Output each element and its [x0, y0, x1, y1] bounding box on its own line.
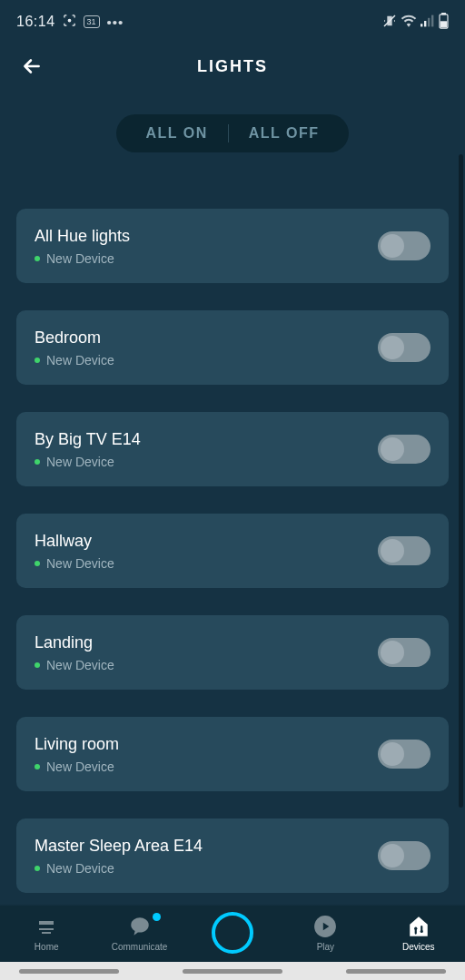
play-icon	[313, 915, 337, 938]
nav-devices-label: Devices	[402, 942, 435, 952]
vibrate-icon	[382, 14, 397, 31]
status-dot-icon	[35, 358, 40, 363]
signal-icon	[420, 15, 435, 30]
device-sub-label: New Device	[46, 556, 114, 571]
device-toggle[interactable]	[378, 231, 430, 260]
gesture-bar	[0, 962, 465, 980]
toggle-knob	[381, 234, 404, 258]
device-sub-label: New Device	[46, 658, 114, 672]
alexa-ring-icon	[212, 912, 253, 954]
status-dot-icon	[35, 256, 40, 261]
toggle-knob	[381, 742, 404, 766]
nav-home[interactable]: Home	[0, 915, 93, 952]
nav-play[interactable]: Play	[279, 915, 371, 952]
svg-rect-3	[428, 17, 430, 26]
more-icon: •••	[107, 15, 124, 30]
back-button[interactable]	[18, 53, 45, 80]
devices-icon	[407, 915, 430, 938]
status-dot-icon	[35, 662, 40, 668]
status-bar: 16:14 31 •••	[0, 0, 465, 44]
device-card[interactable]: Living roomNew Device	[16, 717, 449, 791]
pill-group: ALL ON ALL OFF	[116, 114, 348, 152]
device-name: Landing	[35, 633, 114, 652]
camera-icon	[63, 14, 76, 30]
device-info: Living roomNew Device	[35, 735, 119, 774]
gesture-pill	[346, 969, 446, 974]
status-dot-icon	[35, 561, 40, 566]
gesture-pill	[183, 969, 282, 974]
status-right	[382, 13, 449, 32]
device-card[interactable]: Master Sleep Area E14New Device	[16, 818, 449, 893]
device-toggle[interactable]	[378, 435, 430, 464]
status-dot-icon	[35, 866, 40, 871]
device-sub-label: New Device	[46, 353, 114, 368]
arrow-left-icon	[20, 54, 44, 78]
toggle-knob	[381, 437, 404, 461]
app-header: LIGHTS	[0, 44, 465, 89]
bulk-controls: ALL ON ALL OFF	[0, 89, 465, 163]
device-card[interactable]: BedroomNew Device	[16, 310, 449, 385]
device-info: LandingNew Device	[35, 633, 114, 672]
status-left: 16:14 31 •••	[16, 14, 124, 30]
svg-rect-7	[440, 21, 446, 26]
nav-devices[interactable]: Devices	[372, 915, 465, 952]
gesture-pill	[19, 969, 119, 974]
device-info: Master Sleep Area E14New Device	[35, 837, 203, 876]
device-sub-label: New Device	[46, 455, 114, 469]
status-dot-icon	[35, 459, 40, 465]
device-status: New Device	[35, 760, 119, 774]
device-name: Master Sleep Area E14	[35, 837, 203, 856]
page-title: LIGHTS	[197, 57, 268, 76]
device-info: All Hue lightsNew Device	[35, 227, 130, 266]
device-status: New Device	[35, 556, 114, 571]
device-name: By Big TV E14	[35, 430, 141, 449]
device-info: By Big TV E14New Device	[35, 430, 141, 469]
nav-play-label: Play	[317, 942, 334, 952]
device-sub-label: New Device	[46, 760, 114, 774]
nav-home-label: Home	[35, 942, 59, 952]
device-toggle[interactable]	[378, 333, 430, 362]
device-card[interactable]: By Big TV E14New Device	[16, 412, 449, 486]
svg-point-0	[68, 19, 71, 22]
toggle-knob	[381, 336, 404, 359]
device-info: HallwayNew Device	[35, 532, 114, 571]
device-list[interactable]: All Hue lightsNew DeviceBedroomNew Devic…	[0, 163, 465, 893]
device-toggle[interactable]	[378, 638, 430, 667]
all-off-button[interactable]: ALL OFF	[229, 125, 340, 142]
device-toggle[interactable]	[378, 740, 430, 769]
device-name: Bedroom	[35, 328, 114, 348]
device-toggle[interactable]	[378, 536, 430, 565]
nav-alexa[interactable]	[186, 912, 279, 954]
home-icon	[35, 915, 58, 938]
device-name: All Hue lights	[35, 227, 130, 246]
status-dot-icon	[35, 764, 40, 769]
svg-rect-6	[442, 13, 446, 15]
nav-communicate[interactable]: Communicate	[94, 915, 186, 952]
status-time: 16:14	[16, 14, 55, 30]
svg-rect-2	[424, 21, 426, 26]
scrollbar[interactable]	[459, 154, 463, 808]
device-card[interactable]: HallwayNew Device	[16, 514, 449, 588]
device-sub-label: New Device	[46, 251, 114, 266]
device-name: Hallway	[35, 532, 114, 551]
all-on-button[interactable]: ALL ON	[125, 125, 227, 142]
device-card[interactable]: All Hue lightsNew Device	[16, 209, 449, 283]
svg-rect-4	[431, 15, 433, 26]
svg-rect-1	[420, 24, 422, 26]
bottom-nav: Home Communicate Play Devices	[0, 906, 465, 962]
toggle-knob	[381, 844, 404, 867]
wifi-icon	[401, 15, 417, 30]
day-badge: 31	[84, 15, 100, 28]
device-toggle[interactable]	[378, 841, 430, 870]
device-status: New Device	[35, 861, 203, 876]
nav-communicate-label: Communicate	[112, 942, 168, 952]
communicate-icon	[128, 915, 152, 938]
device-card[interactable]: LandingNew Device	[16, 615, 449, 690]
notification-dot-icon	[153, 913, 161, 921]
device-status: New Device	[35, 455, 141, 469]
toggle-knob	[381, 539, 404, 563]
device-name: Living room	[35, 735, 119, 754]
device-status: New Device	[35, 353, 114, 368]
device-status: New Device	[35, 658, 114, 672]
device-info: BedroomNew Device	[35, 328, 114, 368]
